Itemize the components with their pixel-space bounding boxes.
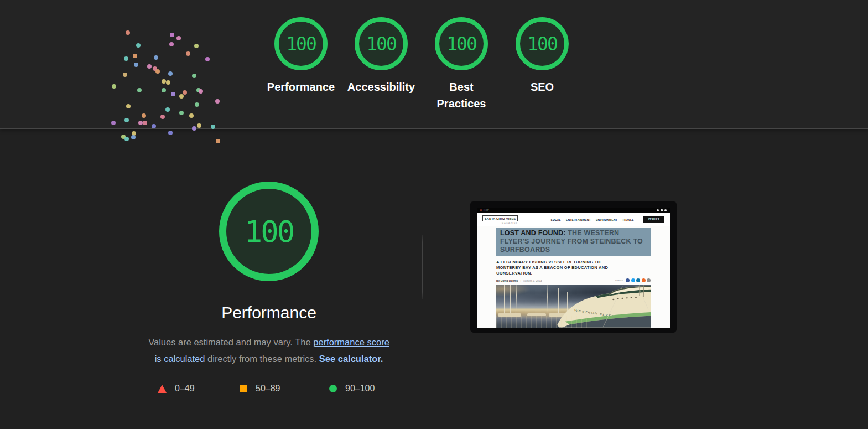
confetti-dot <box>166 80 170 85</box>
gauge-label: SEO <box>502 79 583 95</box>
confetti-dot <box>112 84 116 89</box>
confetti-dot <box>192 74 196 78</box>
description-text: Values are estimated and may vary. The <box>148 337 313 347</box>
performance-score: 100 <box>245 214 294 249</box>
confetti-dot <box>196 88 201 92</box>
confetti-dot <box>126 30 130 35</box>
confetti-dot <box>197 123 201 128</box>
confetti-dot <box>152 124 156 128</box>
summary-section: 100 Performance 100 Accessibility 100 Be… <box>0 0 868 129</box>
confetti-dot <box>169 42 174 46</box>
gauge-ring: 100 <box>435 17 488 70</box>
confetti-dot <box>124 118 129 122</box>
description-line-2: is calculated directly from these metric… <box>127 350 411 367</box>
mast-line <box>547 285 548 314</box>
fail-triangle-icon <box>158 385 167 393</box>
logo-text: SANTA CRUZ VIBES <box>482 215 518 221</box>
pass-circle-icon <box>329 385 337 392</box>
summary-gauge-best-practices[interactable]: 100 Best Practices <box>421 17 502 112</box>
mast-line <box>510 285 511 314</box>
article-headline: LOST AND FOUND: THE WESTERN FLYER'S JOUR… <box>496 228 651 256</box>
confetti-dot <box>216 139 220 143</box>
confetti-dot <box>132 131 136 136</box>
share-facebook-icon <box>626 278 630 282</box>
performance-gauge: 100 <box>219 182 319 281</box>
confetti-dot <box>124 137 129 141</box>
confetti-dot <box>189 113 194 118</box>
confetti-dot <box>194 44 199 48</box>
performance-score-link[interactable]: performance score <box>313 337 389 347</box>
average-square-icon <box>240 385 247 392</box>
confetti-dot <box>137 88 142 92</box>
mast-line <box>526 287 526 314</box>
share-linkedin-icon <box>636 278 640 282</box>
confetti-dot <box>153 66 157 71</box>
summary-gauge-accessibility[interactable]: 100 Accessibility <box>341 17 422 95</box>
legend-pass: 90–100 <box>329 384 375 394</box>
confetti-dot <box>165 107 170 112</box>
confetti-dot <box>205 57 210 61</box>
confetti-dot <box>147 64 152 69</box>
twitter-icon <box>664 209 667 211</box>
confetti-dot <box>126 104 131 108</box>
nav-item-environment: ENVIRONMENT <box>596 218 617 221</box>
nav-item-travel: TRAVEL <box>622 218 634 221</box>
summary-gauge-seo[interactable]: 100 SEO <box>502 17 583 95</box>
facebook-icon <box>657 209 659 211</box>
gauge-label: Best Practices <box>436 79 487 112</box>
confetti-dot <box>215 99 220 104</box>
confetti-dot <box>168 71 173 76</box>
lighthouse-report: 100 Performance 100 Accessibility 100 Be… <box>0 0 868 429</box>
share-icons: SHARE <box>615 278 651 282</box>
topbar-dot-icon <box>480 209 482 211</box>
confetti-dot <box>142 113 146 118</box>
share-label: SHARE <box>615 280 623 282</box>
confetti-dot <box>211 125 215 129</box>
summary-gauge-performance[interactable]: 100 Performance <box>261 17 341 95</box>
legend-average: 50–89 <box>240 384 280 394</box>
confetti-dot <box>170 33 174 37</box>
confetti-dot <box>131 135 136 139</box>
instagram-icon <box>661 209 663 211</box>
confetti-dot <box>168 131 173 135</box>
share-reddit-icon <box>642 278 646 282</box>
confetti-dot <box>154 55 158 60</box>
gauge-score: 100 <box>366 33 396 55</box>
gauge-label: Accessibility <box>341 79 422 95</box>
topbar-text: HOP <box>484 209 489 211</box>
headline-lead: LOST AND FOUND: <box>500 229 566 237</box>
boat-hull <box>498 313 521 317</box>
final-screenshot-thumbnail: HOP SANTA CRUZ VIBES MAGAZINE LOCAL ENTE… <box>470 201 677 333</box>
hero-image: WESTERN FLYER <box>496 285 651 328</box>
confetti-dot <box>143 121 147 125</box>
confetti-dot <box>123 73 127 77</box>
confetti-dot <box>179 94 184 99</box>
gauge-label: Performance <box>261 79 341 95</box>
confetti-dot <box>186 51 190 56</box>
confetti-dot <box>155 69 160 74</box>
confetti-dot <box>160 115 165 119</box>
confetti-dot <box>199 89 203 94</box>
confetti-dot <box>171 92 175 96</box>
description-text: directly from these metrics. <box>205 354 319 364</box>
site-header: SANTA CRUZ VIBES MAGAZINE LOCAL ENTERTAI… <box>477 213 670 226</box>
performance-title: Performance <box>131 303 407 322</box>
logo-subtext: MAGAZINE <box>482 222 518 224</box>
legend-label: 0–49 <box>175 384 195 394</box>
site-nav: LOCAL ENTERTAINMENT ENVIRONMENT TRAVEL I… <box>551 216 664 223</box>
legend-fail: 0–49 <box>158 384 195 394</box>
gauge-ring: 100 <box>274 17 328 70</box>
see-calculator-link[interactable]: See calculator. <box>319 354 383 364</box>
nav-item-local: LOCAL <box>551 218 561 221</box>
legend-label: 90–100 <box>345 384 375 394</box>
gauge-score: 100 <box>286 33 316 55</box>
mast-line <box>504 285 505 314</box>
screenshot-page: HOP SANTA CRUZ VIBES MAGAZINE LOCAL ENTE… <box>477 208 670 328</box>
vertical-divider <box>422 235 423 299</box>
article-subhead: A LEGENDARY FISHING VESSEL RETURNING TO … <box>496 260 625 276</box>
confetti-dot <box>176 36 181 40</box>
confetti <box>0 0 249 155</box>
is-calculated-link[interactable]: is calculated <box>155 354 205 364</box>
gauge-score: 100 <box>446 33 476 55</box>
nav-item-entertainment: ENTERTAINMENT <box>566 218 591 221</box>
